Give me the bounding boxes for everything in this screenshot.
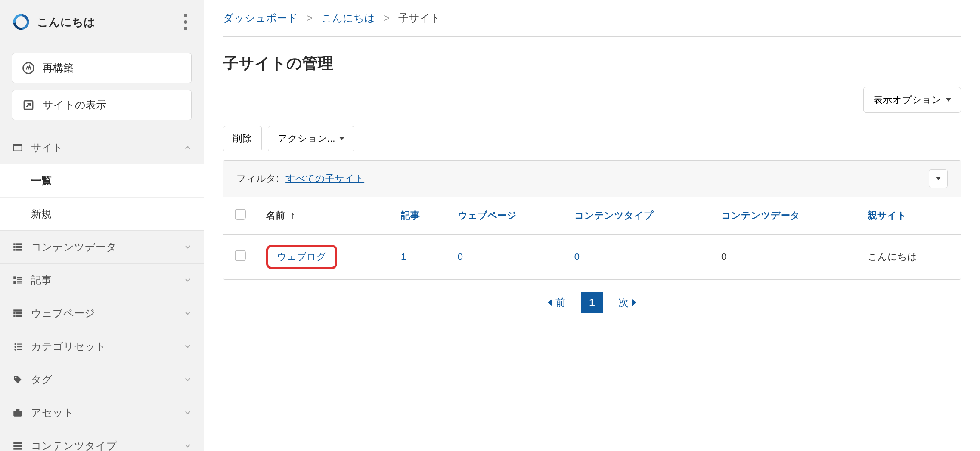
nav-category-sets-label: カテゴリセット: [31, 340, 106, 353]
svg-rect-22: [17, 344, 22, 345]
col-checkbox: [223, 197, 257, 235]
table-body: ウェブログ 1 0 0 0 こんにちは: [223, 235, 961, 280]
cell-pages[interactable]: 0: [448, 235, 565, 280]
col-pages[interactable]: ウェブページ: [448, 197, 565, 235]
svg-rect-32: [13, 448, 22, 449]
select-all-checkbox[interactable]: [235, 209, 246, 220]
actions-dropdown[interactable]: アクション...: [268, 126, 354, 151]
view-site-button[interactable]: サイトの表示: [12, 90, 192, 120]
content-data-icon: [12, 241, 23, 253]
sidebar-header: こんにちは: [0, 0, 204, 44]
display-options-label: 表示オプション: [873, 93, 942, 106]
svg-rect-6: [13, 249, 15, 250]
svg-rect-19: [13, 315, 15, 317]
filter-link[interactable]: すべての子サイト: [285, 172, 364, 185]
nav-tags-label: タグ: [31, 373, 53, 386]
nav-pages[interactable]: ウェブページ: [0, 297, 204, 330]
col-content-types[interactable]: コンテンツタイプ: [565, 197, 712, 235]
col-content-data[interactable]: コンテンツデータ: [712, 197, 858, 235]
cell-content-types[interactable]: 0: [565, 235, 712, 280]
nav-sites-label: サイト: [31, 141, 63, 154]
main-content: ダッシュボード > こんにちは > 子サイト 子サイトの管理 表示オプション 削…: [204, 0, 980, 451]
breadcrumb: ダッシュボード > こんにちは > 子サイト: [223, 0, 961, 37]
svg-rect-18: [16, 312, 22, 314]
sidebar: こんにちは 再構築 サイトの表示 サイト 一覧: [0, 0, 204, 451]
external-link-icon: [22, 99, 35, 111]
breadcrumb-site[interactable]: こんにちは: [321, 11, 375, 25]
col-name-label: 名前: [266, 210, 285, 221]
svg-point-27: [15, 377, 16, 378]
highlight-annotation: ウェブログ: [266, 245, 337, 269]
pages-icon: [12, 308, 23, 319]
svg-rect-30: [13, 442, 22, 444]
sites-table: 名前 ↑ 記事 ウェブページ コンテンツタイプ コンテンツデータ 親サイト: [223, 197, 961, 279]
col-parent-site[interactable]: 親サイト: [858, 197, 961, 235]
nav-assets-label: アセット: [31, 406, 74, 420]
col-name[interactable]: 名前 ↑: [257, 197, 391, 235]
cell-parent-site: こんにちは: [858, 235, 961, 280]
delete-button[interactable]: 削除: [223, 126, 262, 151]
chevron-down-icon: [184, 343, 192, 350]
svg-rect-11: [17, 277, 22, 278]
site-name-label: こんにちは: [37, 15, 95, 30]
nav-tags[interactable]: タグ: [0, 363, 204, 396]
pagination: 前 1 次: [223, 280, 961, 325]
svg-point-25: [14, 349, 16, 350]
pagination-next[interactable]: 次: [618, 296, 636, 309]
nav-content-types[interactable]: コンテンツタイプ: [0, 429, 204, 451]
svg-rect-17: [13, 312, 15, 314]
sort-asc-icon: ↑: [290, 210, 295, 221]
svg-rect-13: [13, 281, 16, 284]
row-checkbox[interactable]: [235, 250, 246, 261]
site-name-link[interactable]: ウェブログ: [277, 251, 326, 262]
caret-down-icon: [946, 98, 951, 102]
cell-name: ウェブログ: [257, 235, 391, 280]
app-root: こんにちは 再構築 サイトの表示 サイト 一覧: [0, 0, 980, 451]
nav-sites[interactable]: サイト: [0, 131, 204, 164]
sidebar-nav: サイト 一覧 新規 コンテンツデータ 記事: [0, 131, 204, 451]
chevron-down-icon: [184, 376, 192, 383]
pagination-current[interactable]: 1: [581, 292, 603, 313]
filter-bar: フィルタ: すべての子サイト: [223, 161, 961, 197]
nav-assets[interactable]: アセット: [0, 396, 204, 429]
nav-category-sets[interactable]: カテゴリセット: [0, 330, 204, 363]
page-title: 子サイトの管理: [223, 53, 961, 74]
svg-rect-15: [17, 284, 22, 284]
app-logo-icon: [12, 13, 30, 31]
sidebar-actions: 再構築 サイトの表示: [0, 44, 204, 123]
svg-point-23: [14, 346, 16, 348]
categories-icon: [12, 341, 23, 352]
breadcrumb-current: 子サイト: [398, 11, 441, 25]
cell-entries[interactable]: 1: [391, 235, 448, 280]
nav-sites-list[interactable]: 一覧: [0, 164, 204, 198]
filter-more-button[interactable]: [929, 169, 948, 188]
table-header-row: 名前 ↑ 記事 ウェブページ コンテンツタイプ コンテンツデータ 親サイト: [223, 197, 961, 235]
content-types-icon: [12, 440, 23, 451]
triangle-right-icon: [632, 299, 636, 306]
table-wrapper: フィルタ: すべての子サイト 名前 ↑: [223, 160, 961, 280]
display-options-button[interactable]: 表示オプション: [863, 87, 961, 113]
entries-icon: [12, 275, 23, 286]
pagination-next-label: 次: [618, 296, 629, 309]
nav-content-data-label: コンテンツデータ: [31, 240, 117, 254]
nav-sites-new[interactable]: 新規: [0, 198, 204, 230]
rebuild-button[interactable]: 再構築: [12, 53, 192, 83]
svg-rect-4: [13, 243, 15, 245]
chevron-down-icon: [184, 409, 192, 417]
kebab-menu-icon[interactable]: [180, 11, 192, 33]
caret-down-icon: [339, 137, 344, 140]
svg-rect-26: [17, 349, 22, 350]
col-entries[interactable]: 記事: [391, 197, 448, 235]
svg-rect-8: [16, 246, 22, 248]
breadcrumb-sep: >: [307, 12, 313, 24]
svg-rect-3: [13, 144, 22, 146]
svg-rect-28: [13, 411, 22, 417]
nav-content-data[interactable]: コンテンツデータ: [0, 231, 204, 264]
nav-entries[interactable]: 記事: [0, 264, 204, 297]
pagination-prev-label: 前: [555, 296, 566, 309]
svg-rect-9: [16, 249, 22, 250]
breadcrumb-dashboard[interactable]: ダッシュボード: [223, 11, 298, 25]
svg-rect-5: [13, 246, 15, 248]
pagination-prev[interactable]: 前: [548, 296, 566, 309]
sidebar-site-title[interactable]: こんにちは: [12, 13, 95, 31]
